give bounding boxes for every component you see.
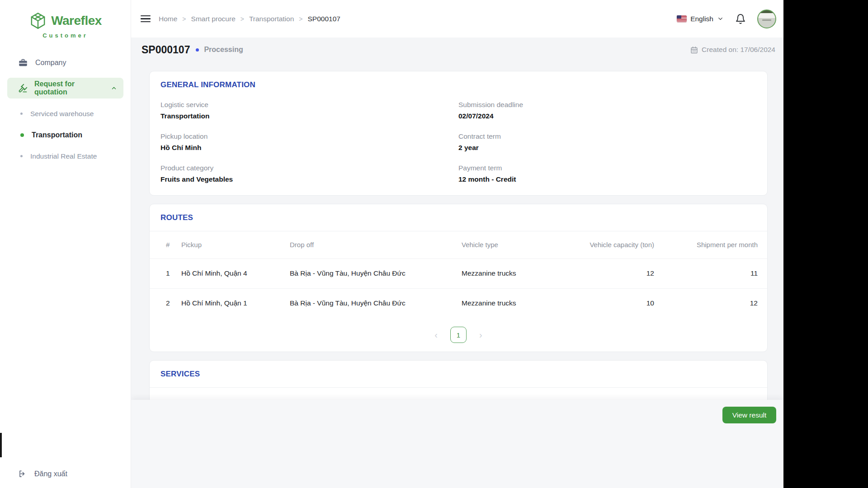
field-logistic-service: Logistic service Transportation [160, 101, 458, 120]
calendar-icon [690, 46, 698, 54]
field-contract-term: Contract term 2 year [458, 132, 756, 152]
services-card: SERVICES # Name [149, 360, 768, 400]
table-header-row: # Pickup Drop off Vehicle type Vehicle c… [150, 231, 767, 258]
language-label: English [690, 15, 713, 23]
sidebar-item-label: Company [35, 59, 66, 67]
breadcrumb: Home > Smart procure > Transportation > … [159, 15, 340, 23]
us-flag-icon [677, 15, 687, 22]
view-result-button[interactable]: View result [722, 407, 776, 423]
breadcrumb-home[interactable]: Home [159, 15, 177, 23]
pagination-page-1[interactable]: 1 [450, 327, 467, 343]
sidebar-item-request-for-quotation[interactable]: Request for quotation [7, 78, 123, 99]
chevron-down-icon [717, 15, 724, 22]
cell-vehicle-type: Mezzanine trucks [462, 288, 566, 318]
bullet-icon [20, 133, 24, 137]
services-table: # Name [150, 388, 767, 400]
footer-action-bar: View result [131, 400, 783, 488]
sidebar-item-label: Industrial Real Estate [30, 152, 97, 160]
breadcrumb-separator: > [241, 15, 244, 23]
column-header: Shipment per month [654, 231, 767, 258]
sidebar-item-industrial-real-estate[interactable]: Industrial Real Estate [0, 145, 131, 167]
field-value: 02/07/2024 [458, 112, 756, 120]
field-label: Submission deadline [458, 101, 756, 109]
field-label: Pickup location [160, 132, 458, 141]
sidebar-item-transportation[interactable]: Transportation [0, 124, 131, 145]
pagination-next-icon[interactable]: › [479, 330, 482, 339]
sidebar-item-label: Request for quotation [34, 80, 104, 96]
sidebar-item-label: Transportation [32, 131, 82, 139]
breadcrumb-current: SP000107 [308, 15, 340, 23]
chevron-up-icon [111, 85, 117, 91]
status-dot-icon [196, 48, 199, 52]
menu-icon[interactable] [141, 15, 151, 23]
cell-pickup: Hồ Chí Minh, Quận 1 [181, 288, 290, 318]
bullet-icon [20, 113, 23, 115]
cell-shipment-per-month: 11 [654, 258, 767, 288]
logout-icon [18, 469, 27, 478]
column-header: Vehicle type [462, 231, 566, 258]
column-header: Vehicle capacity (ton) [566, 231, 654, 258]
table-header-row: # Name [150, 388, 767, 400]
page-title: SP000107 [142, 44, 190, 56]
field-label: Contract term [458, 132, 756, 141]
general-information-card: GENERAL INFORMATION Logistic service Tra… [149, 71, 768, 196]
section-heading: GENERAL INFORMATION [160, 80, 756, 89]
cell-index: 2 [150, 288, 181, 318]
breadcrumb-separator: > [299, 15, 302, 23]
cell-vehicle-capacity: 12 [566, 258, 654, 288]
brand-logo: Wareflex Customer [0, 0, 131, 39]
sidebar: Wareflex Customer Company [0, 0, 131, 488]
field-value: 12 month - Credit [458, 175, 756, 183]
status-badge: Processing [204, 46, 243, 54]
page-header: SP000107 Processing Created on: 17/06/20… [131, 38, 783, 62]
column-header: Name [181, 388, 767, 400]
bullet-icon [20, 155, 23, 157]
field-product-category: Product category Fruits and Vegetables [160, 164, 458, 183]
breadcrumb-separator: > [182, 15, 186, 23]
sidebar-item-company[interactable]: Company [7, 53, 123, 72]
logout-label: Đăng xuất [34, 470, 67, 478]
table-row: 1 Hồ Chí Minh, Quận 4 Bà Rịa - Vũng Tàu,… [150, 258, 767, 288]
column-header: # [150, 231, 181, 258]
logout-button[interactable]: Đăng xuất [18, 469, 67, 478]
breadcrumb-smart-procure[interactable]: Smart procure [191, 15, 236, 23]
language-selector[interactable]: English [677, 15, 724, 23]
bell-icon[interactable] [735, 14, 746, 24]
section-heading: ROUTES [160, 213, 756, 222]
pagination-prev-icon[interactable]: ‹ [434, 330, 438, 339]
main-area: Home > Smart procure > Transportation > … [131, 0, 783, 488]
page-content: GENERAL INFORMATION Logistic service Tra… [131, 62, 783, 400]
pagination: ‹ 1 › [150, 318, 767, 352]
cell-shipment-per-month: 12 [654, 288, 767, 318]
field-value: Fruits and Vegetables [160, 175, 458, 183]
sidebar-sub-list: Serviced warehouse Transportation Indust… [0, 103, 131, 167]
breadcrumb-transportation[interactable]: Transportation [249, 15, 294, 23]
cell-pickup: Hồ Chí Minh, Quận 4 [181, 258, 290, 288]
created-on: Created on: 17/06/2024 [690, 46, 775, 54]
gavel-icon [18, 84, 28, 93]
sidebar-nav: Company Request for quotation [0, 53, 131, 167]
routes-table: # Pickup Drop off Vehicle type Vehicle c… [150, 231, 767, 318]
field-submission-deadline: Submission deadline 02/07/2024 [458, 101, 756, 120]
field-pickup-location: Pickup location Hồ Chí Minh [160, 132, 458, 152]
column-header: Drop off [290, 231, 462, 258]
cell-vehicle-type: Mezzanine trucks [462, 258, 566, 288]
column-header: Pickup [181, 231, 290, 258]
section-heading: SERVICES [160, 370, 756, 379]
field-label: Product category [160, 164, 458, 172]
top-bar: Home > Smart procure > Transportation > … [131, 0, 783, 38]
field-value: Transportation [160, 112, 458, 120]
routes-card: ROUTES # Pickup Drop off Vehicle type Ve… [149, 204, 768, 352]
screen-artifact [0, 433, 2, 457]
column-header: # [150, 388, 181, 400]
cell-dropoff: Bà Rịa - Vũng Tàu, Huyện Châu Đức [290, 258, 462, 288]
brand-name: Wareflex [51, 14, 102, 28]
cell-index: 1 [150, 258, 181, 288]
sidebar-item-serviced-warehouse[interactable]: Serviced warehouse [0, 103, 131, 124]
user-avatar[interactable] [757, 9, 776, 28]
field-value: Hồ Chí Minh [160, 144, 458, 152]
brand-subtitle: Customer [0, 32, 131, 39]
cell-dropoff: Bà Rịa - Vũng Tàu, Huyện Châu Đức [290, 288, 462, 318]
field-label: Payment term [458, 164, 756, 172]
app-window: Wareflex Customer Company [0, 0, 783, 488]
